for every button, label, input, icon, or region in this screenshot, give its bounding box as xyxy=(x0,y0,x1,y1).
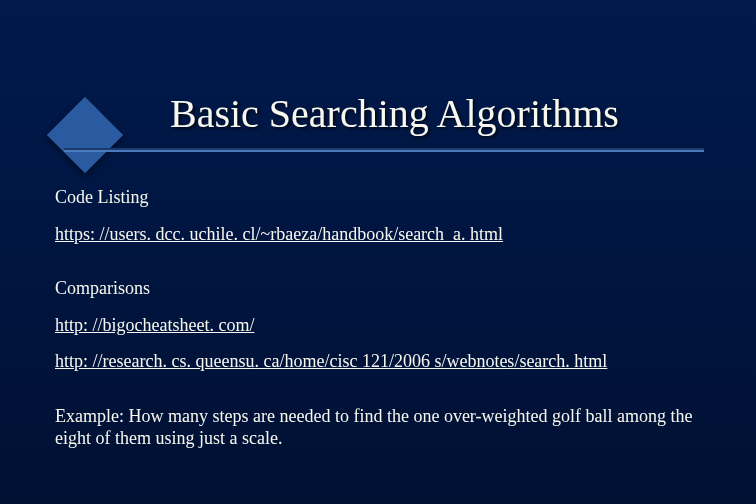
comparisons-link-1[interactable]: http: //bigocheatsheet. com/ xyxy=(55,315,254,335)
code-listing-link[interactable]: https: //users. dcc. uchile. cl/~rbaeza/… xyxy=(55,224,503,244)
code-listing-heading: Code Listing xyxy=(55,186,705,209)
slide: Basic Searching Algorithms Code Listing … xyxy=(0,0,756,504)
comparisons-heading: Comparisons xyxy=(55,277,705,300)
diamond-bullet-icon xyxy=(47,97,123,173)
example-text: Example: How many steps are needed to fi… xyxy=(55,405,705,450)
comparisons-link-2[interactable]: http: //research. cs. queensu. ca/home/c… xyxy=(55,351,607,371)
title-underline xyxy=(64,148,704,152)
slide-body: Code Listing https: //users. dcc. uchile… xyxy=(55,186,705,464)
slide-title: Basic Searching Algorithms xyxy=(170,90,619,137)
